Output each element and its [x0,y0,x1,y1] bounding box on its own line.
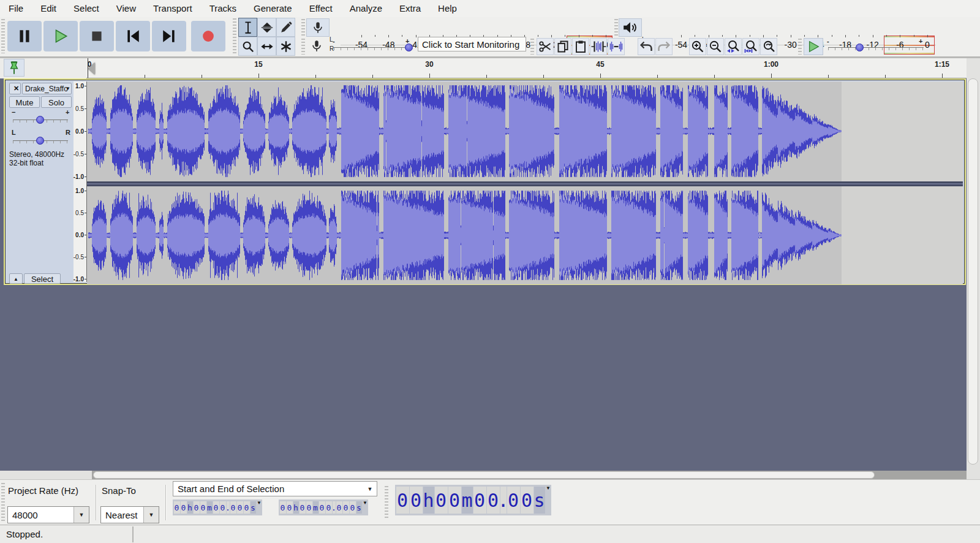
multi-tool[interactable] [276,37,295,56]
menu-edit[interactable]: Edit [32,0,65,17]
waveform-area[interactable] [87,82,963,282]
menu-extra[interactable]: Extra [391,0,429,17]
speed-slider-plus: + [919,37,922,45]
project-rate-label: Project Rate (Hz) [8,485,78,496]
multitool-icon [279,40,293,53]
zoom-selection-button[interactable] [725,38,742,55]
envelope-icon [260,21,274,34]
chevron-down-icon[interactable]: ▼ [257,500,262,506]
menu-view[interactable]: View [108,0,145,17]
track-pan-thumb[interactable] [36,137,44,145]
selection-tool[interactable] [238,18,257,37]
redo-button[interactable] [655,38,673,55]
timeshift-tool[interactable] [257,37,276,56]
track-mute-button[interactable]: Mute [9,96,40,108]
play-button[interactable] [43,21,78,51]
zoom-in-button[interactable] [689,38,706,55]
selection-start-field[interactable]: 00h00m00.000s▼ [173,499,262,515]
track-solo-button[interactable]: Solo [41,96,72,108]
draw-tool[interactable] [276,18,295,37]
play-at-speed-button[interactable] [804,38,823,55]
track-menu-arrow-icon: ▼ [66,86,70,91]
zoom-project-button[interactable] [742,38,760,55]
selection-mode-combo[interactable]: Start and End of Selection ▼ [173,481,377,496]
edit-toolbar-grip[interactable] [530,39,534,55]
zoom-tool[interactable] [238,37,257,56]
meter-scale-label: -54 [675,40,687,50]
playhead-marker[interactable] [88,63,95,75]
timeline-label: 15 [254,60,262,69]
play-at-speed-icon [807,40,820,53]
track-select-button[interactable]: Select [24,273,61,284]
stop-button[interactable] [80,21,114,51]
menu-transport[interactable]: Transport [145,0,201,17]
play-at-speed-grip[interactable] [798,39,802,55]
paste-button[interactable] [572,38,589,55]
recording-volume-minus: - [333,37,335,45]
zoom-selection-icon [726,39,741,54]
waveform-canvas[interactable] [87,82,963,284]
timeline-ruler[interactable]: 01530451:001:15 [86,58,980,78]
recording-meter-grip[interactable] [301,19,305,36]
tools-toolbar-grip[interactable] [233,18,236,54]
amplitude-label: -1.0 [74,173,84,180]
timeline-label: 30 [425,60,433,69]
transport-toolbar-grip[interactable] [1,19,5,53]
selection-end-field[interactable]: 00h00m00.000s▼ [279,499,368,515]
cut-button[interactable] [537,38,554,55]
monitoring-tooltip[interactable]: Click to Start Monitoring [418,37,526,51]
zoom-toggle-button[interactable] [760,38,777,55]
microphone-icon [311,21,325,34]
recording-volume-thumb[interactable] [405,44,413,51]
skip-to-end-button[interactable] [152,21,186,51]
speed-slider-minus: - [827,37,829,45]
meter-scale-label: -30 [785,40,797,50]
envelope-tool[interactable] [257,18,276,37]
zoom-fit-icon [744,39,758,54]
track-control-panel: ✕ Drake_Staffo▼ Mute Solo − + L R Stereo… [7,82,74,282]
timeline-options-button[interactable] [4,59,24,77]
undo-button[interactable] [638,38,655,55]
skip-to-start-button[interactable] [116,21,150,51]
zoom-out-button[interactable] [707,38,724,55]
track-close-button[interactable]: ✕ [9,83,21,94]
project-rate-combo[interactable]: 48000 ▼ [7,506,89,523]
selection-toolbar-grip[interactable] [1,483,5,521]
record-icon [200,28,216,44]
gain-minus-label: − [12,108,15,116]
playback-meter-button[interactable] [619,18,642,37]
vertical-scrollbar[interactable] [967,58,980,471]
menu-tracks[interactable]: Tracks [201,0,245,17]
record-meter-button[interactable] [306,18,330,37]
record-button[interactable] [191,21,225,51]
amplitude-label: 0.5 [75,210,84,216]
menu-effect[interactable]: Effect [301,0,341,17]
mixer-toolbar-grip[interactable] [301,39,305,55]
time-toolbar-grip[interactable] [385,486,388,518]
track-collapse-button[interactable]: ▲ [9,273,23,284]
menu-help[interactable]: Help [429,0,466,17]
chevron-down-icon[interactable]: ▼ [363,500,368,506]
undo-icon [639,39,654,54]
playback-meter[interactable]: LR-54-48-42-36-30-24-18-12-60 [637,35,937,55]
silence-audio-button[interactable] [608,38,625,55]
menu-select[interactable]: Select [65,0,108,17]
snap-to-combo[interactable]: Nearest ▼ [100,506,159,523]
vertical-ruler[interactable]: 1.00.50.0-0.5-1.01.00.50.0-0.5-1.0 [74,82,87,282]
trim-audio-button[interactable] [590,38,607,55]
chevron-down-icon[interactable]: ▼ [546,485,551,491]
copy-button[interactable] [554,38,571,55]
menu-generate[interactable]: Generate [245,0,301,17]
menu-file[interactable]: File [0,0,32,17]
pause-button[interactable] [7,21,42,51]
audio-position-field[interactable]: 00h00m00.00s▼ [395,485,551,515]
track-gain-thumb[interactable] [36,116,44,124]
horizontal-scrollbar[interactable] [0,471,980,479]
amplitude-label: 1.0 [75,188,84,194]
playback-meter-grip[interactable] [614,19,618,36]
horizontal-scrollbar-thumb[interactable] [93,471,875,479]
menu-analyze[interactable]: Analyze [341,0,391,17]
vertical-scrollbar-thumb[interactable] [968,78,978,465]
track-name-menu[interactable]: Drake_Staffo▼ [22,83,72,94]
pause-icon [17,28,32,44]
